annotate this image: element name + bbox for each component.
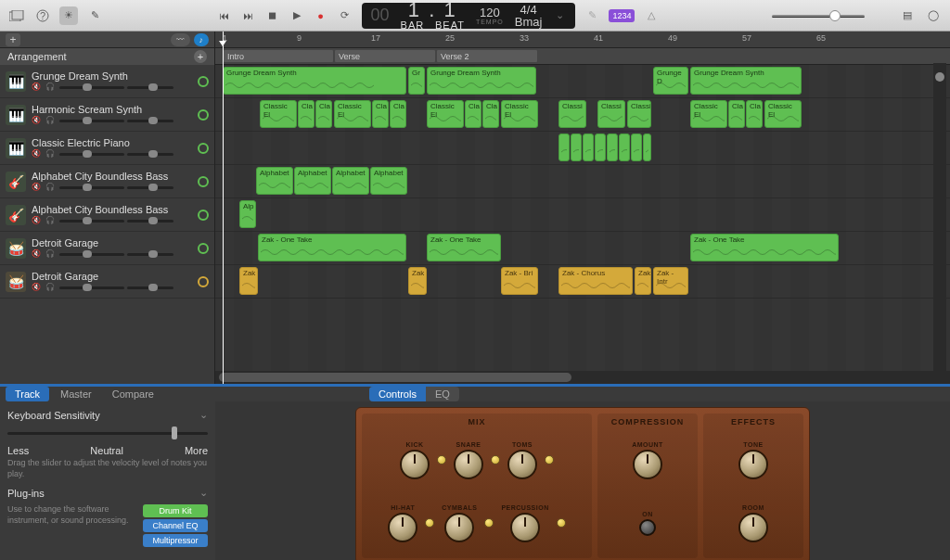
- record-enable-button[interactable]: [198, 243, 209, 254]
- track-header[interactable]: 🎸 Alphabet City Boundless Bass 🔇🎧: [0, 198, 214, 232]
- rewind-button[interactable]: ⏮: [215, 6, 234, 25]
- region[interactable]: Grunge D: [653, 67, 688, 95]
- volume-slider[interactable]: [59, 284, 124, 291]
- count-in-badge[interactable]: 1234: [609, 9, 635, 22]
- record-enable-button[interactable]: [198, 109, 209, 121]
- track-lane[interactable]: AlphabetAlphabetAlphabetAlphabet: [215, 165, 950, 198]
- region[interactable]: Cla: [746, 100, 763, 128]
- region[interactable]: Cla: [315, 100, 332, 128]
- horizontal-scrollbar[interactable]: [215, 371, 950, 384]
- record-button[interactable]: ●: [312, 6, 330, 25]
- region[interactable]: Zak - Chorus: [558, 267, 633, 295]
- metronome-icon[interactable]: △: [642, 6, 661, 25]
- pan-slider[interactable]: [127, 117, 173, 124]
- track-header[interactable]: 🎹 Classic Electric Piano 🔇🎧: [0, 132, 214, 165]
- view-toggle-a[interactable]: 〰: [171, 33, 190, 46]
- display-mode-icon[interactable]: ☀: [59, 6, 78, 25]
- region[interactable]: Classic El: [260, 100, 297, 128]
- record-enable-button[interactable]: [198, 143, 209, 154]
- region[interactable]: Classic El: [427, 100, 464, 128]
- track-header[interactable]: 🎸 Alphabet City Boundless Bass 🔇🎧: [0, 165, 214, 198]
- solo-button[interactable]: 🎧: [45, 249, 57, 259]
- master-volume-slider[interactable]: [772, 9, 865, 22]
- region[interactable]: Zak - One Take: [258, 234, 406, 261]
- region[interactable]: Grunge Dream Synth: [427, 67, 536, 95]
- region[interactable]: Zak - One Take: [427, 234, 501, 261]
- track-lane[interactable]: Zak - One TakeZak - One TakeZak - One Ta…: [215, 232, 950, 265]
- add-arrangement-button[interactable]: +: [194, 50, 207, 63]
- pan-slider[interactable]: [127, 150, 173, 158]
- region[interactable]: Classic El: [501, 100, 538, 128]
- mute-button[interactable]: 🔇: [32, 216, 43, 225]
- tab-eq[interactable]: EQ: [426, 387, 459, 401]
- compression-knob[interactable]: [633, 450, 662, 479]
- track-lane[interactable]: Alp: [215, 198, 950, 232]
- kick-knob[interactable]: [400, 450, 430, 479]
- tuner-icon[interactable]: ✎: [583, 6, 601, 25]
- library-icon[interactable]: [7, 6, 26, 25]
- region[interactable]: Cla: [298, 100, 315, 128]
- region[interactable]: Classi: [627, 100, 651, 128]
- track-header[interactable]: 🥁 Detroit Garage 🔇🎧: [0, 232, 214, 265]
- lcd-dropdown-icon[interactable]: ⌄: [553, 5, 566, 27]
- pan-slider[interactable]: [127, 83, 173, 91]
- region[interactable]: [607, 134, 618, 161]
- help-icon[interactable]: ?: [33, 6, 52, 25]
- ruler[interactable]: 1917253341495765: [215, 32, 950, 48]
- record-enable-button[interactable]: [198, 210, 209, 221]
- play-button[interactable]: ▶: [288, 6, 306, 25]
- region[interactable]: Classic El: [334, 100, 371, 128]
- arrangement-lane[interactable]: IntroVerseVerse 2: [215, 48, 950, 65]
- region[interactable]: [619, 134, 630, 161]
- region-lanes[interactable]: Grunge Dream SynthGrGrunge Dream SynthGr…: [215, 65, 950, 371]
- region[interactable]: Cla: [390, 100, 406, 128]
- lcd-display[interactable]: 00 1 . 1BAR BEAT 120TEMPO 4/4Bmaj ⌄: [362, 3, 576, 29]
- notepad-icon[interactable]: ▤: [898, 6, 917, 25]
- track-lane[interactable]: [215, 132, 950, 165]
- region[interactable]: Cla: [465, 100, 481, 128]
- forward-button[interactable]: ⏭: [239, 6, 258, 25]
- add-track-button[interactable]: +: [6, 33, 20, 46]
- solo-button[interactable]: 🎧: [45, 216, 57, 225]
- tone-knob[interactable]: [738, 450, 768, 479]
- region[interactable]: Cla: [372, 100, 389, 128]
- tab-track[interactable]: Track: [6, 387, 49, 401]
- region[interactable]: Zak - One Take: [690, 234, 839, 261]
- region[interactable]: Zak: [635, 267, 651, 295]
- chevron-down-icon[interactable]: ⌄: [199, 487, 208, 499]
- region[interactable]: Alphabet: [256, 167, 293, 195]
- mute-button[interactable]: 🔇: [32, 183, 43, 192]
- tab-master[interactable]: Master: [51, 387, 101, 401]
- region[interactable]: Alphabet: [294, 167, 331, 195]
- solo-button[interactable]: 🎧: [45, 183, 57, 192]
- plugin-slot[interactable]: Drum Kit: [143, 504, 208, 517]
- volume-slider[interactable]: [59, 184, 124, 191]
- plugin-slot[interactable]: Channel EQ: [143, 519, 208, 532]
- arrangement-block[interactable]: Verse 2: [436, 49, 538, 63]
- region[interactable]: Grunge Dream Synth: [690, 67, 802, 95]
- pan-slider[interactable]: [127, 184, 173, 191]
- region[interactable]: [643, 134, 651, 161]
- solo-button[interactable]: 🎧: [45, 83, 57, 92]
- region[interactable]: Classic El: [764, 100, 802, 128]
- tab-controls[interactable]: Controls: [369, 387, 426, 401]
- record-enable-button[interactable]: [198, 176, 209, 187]
- room-knob[interactable]: [738, 513, 768, 542]
- track-header[interactable]: 🎹 Harmonic Scream Synth 🔇🎧: [0, 98, 214, 132]
- track-lane[interactable]: Classic ElClaClaClassic ElClaClaClassic …: [215, 98, 950, 132]
- region[interactable]: Alphabet: [370, 167, 407, 195]
- region[interactable]: [583, 134, 594, 161]
- view-toggle-b[interactable]: ♪: [194, 33, 210, 46]
- percussion-knob[interactable]: [510, 513, 540, 542]
- region[interactable]: Classi: [558, 100, 586, 128]
- solo-button[interactable]: 🎧: [45, 116, 57, 125]
- compression-switch[interactable]: [639, 519, 656, 536]
- region[interactable]: Gr: [408, 67, 425, 95]
- region[interactable]: [595, 134, 606, 161]
- pan-slider[interactable]: [127, 217, 173, 224]
- solo-button[interactable]: 🎧: [45, 149, 57, 159]
- volume-slider[interactable]: [59, 250, 124, 258]
- mute-button[interactable]: 🔇: [32, 283, 43, 292]
- region[interactable]: [558, 134, 570, 161]
- loops-icon[interactable]: ◯: [924, 6, 943, 25]
